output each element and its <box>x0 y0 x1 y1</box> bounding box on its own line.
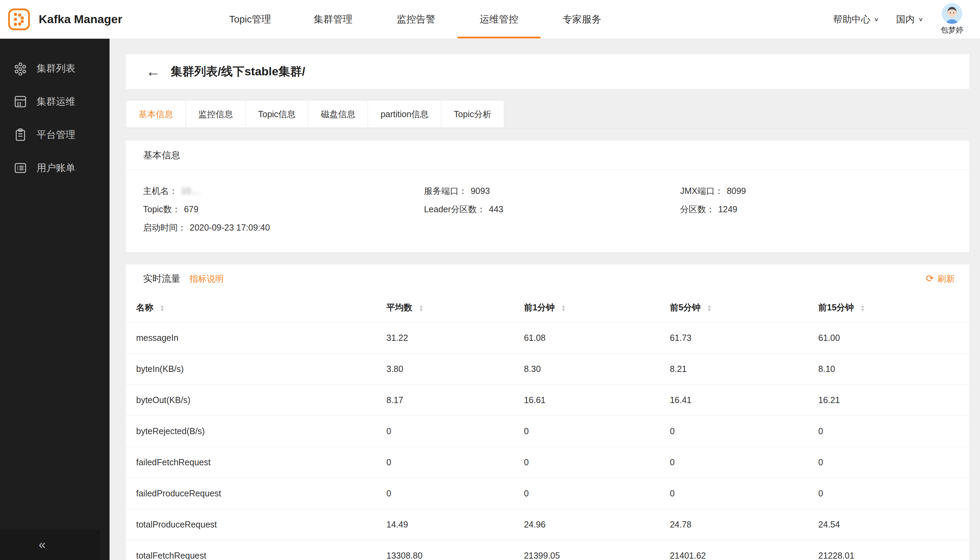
sidebar: 集群列表 集群运维 <box>0 39 110 560</box>
back-arrow-icon: ← <box>146 63 160 80</box>
sort-icon[interactable]: ▲▼ <box>561 304 566 312</box>
field-start-time: 启动时间： 2020-09-23 17:09:40 <box>143 218 424 237</box>
sidebar-item-cluster-list[interactable]: 集群列表 <box>0 52 110 85</box>
field-hostname: 主机名： 10.... <box>143 182 424 200</box>
refresh-button[interactable]: ⟳ 刷新 <box>926 273 955 285</box>
table-row: byteRejected(B/s) 0 0 0 0 <box>126 415 969 447</box>
tab-topic-analysis[interactable]: Topic分析 <box>441 100 504 128</box>
nav-item-cluster[interactable]: 集群管理 <box>292 0 374 38</box>
field-partition-count: 分区数： 1249 <box>680 200 969 218</box>
table-row: byteIn(KB/s) 3.80 8.30 8.21 8.10 <box>126 353 969 384</box>
nav-item-monitor[interactable]: 监控告警 <box>374 0 458 38</box>
sort-icon[interactable]: ▲▼ <box>860 304 865 312</box>
table-row: failedProduceRequest 0 0 0 0 <box>126 478 969 509</box>
realtime-traffic-card: 实时流量 指标说明 ⟳ 刷新 名称 ▲▼ 平均数 ▲▼ <box>126 265 969 560</box>
sort-icon[interactable]: ▲▼ <box>160 304 165 312</box>
tab-disk-info[interactable]: 磁盘信息 <box>308 100 368 128</box>
table-row: messageIn 31.22 61.08 61.73 61.00 <box>126 322 969 353</box>
table-row: totalProduceRequest 14.49 24.96 24.78 24… <box>126 509 969 540</box>
help-center-menu[interactable]: 帮助中心 ∨ <box>833 13 879 26</box>
column-header-avg[interactable]: 平均数 ▲▼ <box>386 293 524 322</box>
column-header-15min[interactable]: 前15分钟 ▲▼ <box>818 293 969 322</box>
column-header-1min[interactable]: 前1分钟 ▲▼ <box>524 293 670 322</box>
collapse-icon: « <box>39 538 46 552</box>
field-jmx-port: JMX端口： 8099 <box>680 182 969 200</box>
user-name: 包梦婷 <box>941 25 963 35</box>
detail-tabs: 基本信息 监控信息 Topic信息 磁盘信息 partition信息 Topic… <box>126 100 969 128</box>
app-title: Kafka Manager <box>39 12 122 26</box>
field-leader-partition-count: Leader分区数： 443 <box>424 200 680 218</box>
sort-icon[interactable]: ▲▼ <box>419 304 423 312</box>
tab-basic-info[interactable]: 基本信息 <box>126 100 186 128</box>
user-menu[interactable]: 包梦婷 <box>941 3 963 35</box>
table-row: byteOut(KB/s) 8.17 16.61 16.41 16.21 <box>126 384 969 415</box>
cluster-list-icon <box>13 61 28 76</box>
field-topic-count: Topic数： 679 <box>143 200 424 218</box>
sort-icon[interactable]: ▲▼ <box>707 304 712 312</box>
app-logo <box>8 8 30 31</box>
sidebar-item-user-billing[interactable]: 用户账单 <box>0 152 110 185</box>
nav-item-topic[interactable]: Topic管理 <box>209 0 292 38</box>
refresh-icon: ⟳ <box>926 274 934 283</box>
page-title: 集群列表/线下stable集群/ <box>171 63 305 80</box>
table-row: failedFetchRequest 0 0 0 0 <box>126 447 969 478</box>
traffic-title: 实时流量 <box>143 272 180 285</box>
traffic-header: 实时流量 指标说明 ⟳ 刷新 <box>126 265 969 293</box>
basic-info-card: 基本信息 主机名： 10.... 服务端口： 9093 JMX端口： 8099 … <box>126 141 969 252</box>
avatar <box>942 3 962 24</box>
basic-info-fields: 主机名： 10.... 服务端口： 9093 JMX端口： 8099 Topic… <box>126 170 969 252</box>
cluster-ops-icon <box>13 94 28 109</box>
metric-description-link[interactable]: 指标说明 <box>190 273 224 285</box>
column-header-5min[interactable]: 前5分钟 ▲▼ <box>670 293 818 322</box>
field-service-port: 服务端口： 9093 <box>424 182 680 200</box>
tab-partition-info[interactable]: partition信息 <box>368 100 441 128</box>
top-navbar: Kafka Manager Topic管理 集群管理 监控告警 运维管控 专家服… <box>0 0 980 39</box>
table-row: totalFetchRequest 13308.80 21399.05 2140… <box>126 540 969 560</box>
topnav-right: 帮助中心 ∨ 国内 ∨ 包梦婷 <box>833 3 980 35</box>
sidebar-collapse-button[interactable]: « <box>0 530 100 560</box>
basic-info-title: 基本信息 <box>126 141 969 170</box>
breadcrumb-bar: ← 集群列表/线下stable集群/ <box>126 54 969 89</box>
region-selector[interactable]: 国内 ∨ <box>896 13 923 26</box>
sidebar-item-label: 集群运维 <box>37 95 75 108</box>
column-header-name[interactable]: 名称 ▲▼ <box>126 293 386 322</box>
sidebar-item-label: 用户账单 <box>37 162 75 175</box>
sidebar-item-label: 平台管理 <box>37 128 75 142</box>
tab-topic-info[interactable]: Topic信息 <box>245 100 308 128</box>
chevron-down-icon: ∨ <box>874 16 879 22</box>
chevron-down-icon: ∨ <box>918 16 923 22</box>
sidebar-item-cluster-ops[interactable]: 集群运维 <box>0 85 110 118</box>
platform-admin-icon <box>13 128 28 142</box>
main-content: ← 集群列表/线下stable集群/ 基本信息 监控信息 Topic信息 磁盘信… <box>110 39 980 560</box>
tab-monitor-info[interactable]: 监控信息 <box>186 100 246 128</box>
sidebar-item-label: 集群列表 <box>37 62 75 75</box>
nav-item-expert[interactable]: 专家服务 <box>541 0 623 38</box>
user-billing-icon <box>13 161 28 175</box>
top-nav-menu: Topic管理 集群管理 监控告警 运维管控 专家服务 <box>209 0 623 38</box>
traffic-table: 名称 ▲▼ 平均数 ▲▼ 前1分钟 ▲▼ 前5分钟 ▲▼ <box>126 293 969 560</box>
back-button[interactable]: ← <box>146 64 160 79</box>
table-header-row: 名称 ▲▼ 平均数 ▲▼ 前1分钟 ▲▼ 前5分钟 ▲▼ <box>126 293 969 322</box>
nav-item-ops[interactable]: 运维管控 <box>458 0 541 38</box>
sidebar-item-platform-admin[interactable]: 平台管理 <box>0 118 110 152</box>
